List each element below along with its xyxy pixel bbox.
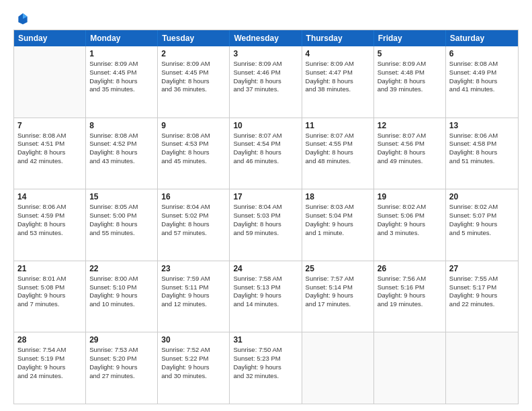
- header-day-wednesday: Wednesday: [230, 30, 302, 46]
- day-number: 2: [161, 49, 226, 58]
- cell-line: Daylight: 8 hours: [306, 77, 370, 86]
- cell-line: Sunrise: 8:05 AM: [89, 203, 154, 212]
- cell-line: and 49 minutes.: [378, 157, 442, 166]
- day-cell-21: 21Sunrise: 8:01 AMSunset: 5:08 PMDayligh…: [14, 261, 86, 332]
- day-number: 26: [378, 264, 442, 273]
- day-cell-empty: [446, 332, 518, 404]
- cell-line: and 57 minutes.: [161, 229, 226, 238]
- day-number: 13: [449, 121, 515, 130]
- cell-line: Sunrise: 8:02 AM: [449, 203, 515, 212]
- cell-line: Sunrise: 7:53 AM: [89, 346, 154, 355]
- calendar-row-2: 7Sunrise: 8:08 AMSunset: 4:51 PMDaylight…: [14, 118, 518, 189]
- cell-line: Sunset: 4:52 PM: [89, 140, 154, 148]
- cell-line: Sunset: 4:54 PM: [233, 140, 298, 148]
- cell-line: and 22 minutes.: [449, 300, 515, 309]
- day-number: 7: [17, 121, 82, 130]
- cell-line: Daylight: 9 hours: [306, 291, 370, 300]
- header-day-tuesday: Tuesday: [158, 30, 230, 46]
- cell-line: and 45 minutes.: [161, 157, 226, 166]
- cell-line: and 51 minutes.: [449, 157, 515, 166]
- cell-line: and 38 minutes.: [306, 85, 370, 94]
- cell-line: Sunset: 4:49 PM: [449, 68, 515, 77]
- cell-line: Sunset: 4:47 PM: [306, 68, 370, 77]
- day-number: 30: [161, 335, 226, 345]
- cell-line: Sunrise: 8:06 AM: [17, 203, 82, 212]
- cell-line: Daylight: 9 hours: [233, 291, 298, 300]
- cell-line: Sunrise: 8:09 AM: [161, 60, 226, 68]
- day-cell-28: 28Sunrise: 7:54 AMSunset: 5:19 PMDayligh…: [14, 332, 86, 404]
- cell-line: Sunset: 5:23 PM: [233, 355, 298, 363]
- day-cell-26: 26Sunrise: 7:56 AMSunset: 5:16 PMDayligh…: [374, 261, 446, 332]
- day-cell-18: 18Sunrise: 8:03 AMSunset: 5:04 PMDayligh…: [302, 189, 374, 261]
- cell-line: and 7 minutes.: [17, 300, 82, 309]
- day-number: 19: [378, 192, 442, 201]
- cell-line: Daylight: 9 hours: [449, 220, 515, 229]
- cell-line: Daylight: 8 hours: [449, 77, 515, 86]
- day-cell-25: 25Sunrise: 7:57 AMSunset: 5:14 PMDayligh…: [302, 261, 374, 332]
- cell-line: Sunset: 5:11 PM: [161, 283, 226, 292]
- cell-line: Daylight: 9 hours: [233, 363, 298, 372]
- day-number: 6: [449, 49, 515, 58]
- cell-line: and 24 minutes.: [17, 372, 82, 381]
- cell-line: and 48 minutes.: [306, 157, 370, 166]
- cell-line: Sunset: 4:58 PM: [449, 140, 515, 148]
- cell-line: and 30 minutes.: [161, 372, 226, 381]
- cell-line: Sunset: 5:13 PM: [233, 283, 298, 292]
- cell-line: Sunrise: 8:08 AM: [89, 132, 154, 140]
- cell-line: Daylight: 8 hours: [17, 220, 82, 229]
- day-cell-30: 30Sunrise: 7:52 AMSunset: 5:22 PMDayligh…: [158, 332, 230, 404]
- day-cell-empty: [14, 46, 86, 118]
- cell-line: Daylight: 8 hours: [161, 77, 226, 86]
- calendar: SundayMondayTuesdayWednesdayThursdayFrid…: [13, 30, 519, 404]
- cell-line: Sunset: 4:46 PM: [233, 68, 298, 77]
- cell-line: Daylight: 9 hours: [306, 220, 370, 229]
- day-number: 15: [89, 192, 154, 201]
- cell-line: and 43 minutes.: [89, 157, 154, 166]
- cell-line: Daylight: 8 hours: [306, 148, 370, 157]
- cell-line: Daylight: 9 hours: [89, 291, 154, 300]
- cell-line: Daylight: 8 hours: [89, 220, 154, 229]
- cell-line: Sunrise: 8:07 AM: [378, 132, 442, 140]
- day-cell-23: 23Sunrise: 7:59 AMSunset: 5:11 PMDayligh…: [158, 261, 230, 332]
- page: SundayMondayTuesdayWednesdayThursdayFrid…: [0, 0, 532, 411]
- day-cell-24: 24Sunrise: 7:58 AMSunset: 5:13 PMDayligh…: [230, 261, 302, 332]
- cell-line: and 36 minutes.: [161, 85, 226, 94]
- cell-line: Sunset: 4:48 PM: [378, 68, 442, 77]
- header-day-monday: Monday: [86, 30, 158, 46]
- cell-line: and 59 minutes.: [233, 229, 298, 238]
- day-cell-5: 5Sunrise: 8:09 AMSunset: 4:48 PMDaylight…: [374, 46, 446, 118]
- cell-line: Sunrise: 8:06 AM: [449, 132, 515, 140]
- cell-line: Sunrise: 7:59 AM: [161, 275, 226, 283]
- logo-icon: [16, 12, 30, 26]
- cell-line: Sunset: 5:10 PM: [89, 283, 154, 292]
- cell-line: Sunrise: 8:04 AM: [161, 203, 226, 212]
- day-cell-29: 29Sunrise: 7:53 AMSunset: 5:20 PMDayligh…: [86, 332, 158, 404]
- cell-line: Daylight: 8 hours: [233, 148, 298, 157]
- cell-line: Sunrise: 8:08 AM: [17, 132, 82, 140]
- cell-line: Sunset: 4:56 PM: [378, 140, 442, 148]
- day-number: 16: [161, 192, 226, 201]
- cell-line: and 19 minutes.: [378, 300, 442, 309]
- cell-line: and 27 minutes.: [89, 372, 154, 381]
- cell-line: and 55 minutes.: [89, 229, 154, 238]
- cell-line: Sunset: 5:17 PM: [449, 283, 515, 292]
- cell-line: Sunset: 5:16 PM: [378, 283, 442, 292]
- cell-line: Daylight: 8 hours: [89, 77, 154, 86]
- cell-line: Sunrise: 7:52 AM: [161, 346, 226, 355]
- cell-line: Sunset: 5:00 PM: [89, 212, 154, 220]
- day-cell-empty: [302, 332, 374, 404]
- day-number: 27: [449, 264, 515, 273]
- cell-line: Sunrise: 8:00 AM: [89, 275, 154, 283]
- cell-line: Sunset: 5:04 PM: [306, 212, 370, 220]
- cell-line: Sunrise: 8:08 AM: [449, 60, 515, 68]
- day-number: 25: [306, 264, 370, 273]
- cell-line: and 12 minutes.: [161, 300, 226, 309]
- day-cell-20: 20Sunrise: 8:02 AMSunset: 5:07 PMDayligh…: [446, 189, 518, 261]
- cell-line: Sunset: 5:07 PM: [449, 212, 515, 220]
- calendar-body: 1Sunrise: 8:09 AMSunset: 4:45 PMDaylight…: [14, 46, 518, 404]
- header-day-thursday: Thursday: [302, 30, 374, 46]
- day-cell-31: 31Sunrise: 7:50 AMSunset: 5:23 PMDayligh…: [230, 332, 302, 404]
- cell-line: Daylight: 8 hours: [161, 220, 226, 229]
- header-day-sunday: Sunday: [14, 30, 86, 46]
- cell-line: Sunset: 4:45 PM: [89, 68, 154, 77]
